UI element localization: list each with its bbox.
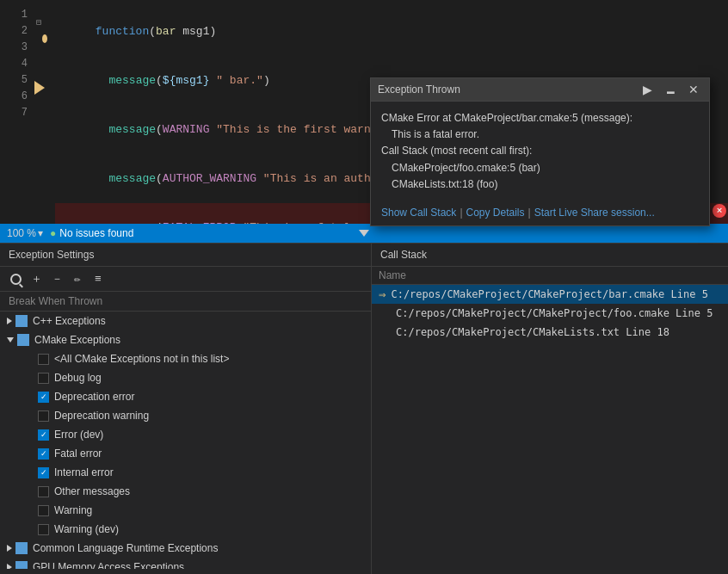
no-issues-label: No issues found [59, 227, 133, 239]
category-cmake-exceptions[interactable]: CMake Exceptions [0, 330, 371, 349]
editor-area: 1 2 3 4 5 6 7 ⊟ function(bar msg1) [0, 0, 728, 224]
exception-pin-button[interactable]: 🗕 [661, 82, 680, 97]
gutter-6 [34, 96, 52, 112]
clr-icon [15, 542, 28, 554]
exception-settings-toolbar: ＋ － ✏ ≡ [0, 267, 371, 292]
label-fatal-error: Fatal error [54, 447, 102, 460]
gutter-1: ⊟ [34, 14, 52, 30]
exc-item-deprecation-warning[interactable]: Deprecation warning [0, 406, 371, 425]
breakpoint-2[interactable] [42, 34, 47, 43]
exception-footer: Show Call Stack | Copy Details | Start L… [371, 201, 709, 225]
cpp-icon [15, 315, 28, 327]
exc-item-all-cmake[interactable]: <All CMake Exceptions not in this list> [0, 349, 371, 368]
line-num-6: 6 [0, 89, 28, 105]
cs-path-2: C:/repos/CMakeProject/CMakeLists.txt Lin… [396, 326, 669, 338]
call-stack-columns: Name [372, 267, 728, 285]
check-icon: ● [50, 227, 56, 239]
copy-details-link[interactable]: Copy Details [466, 207, 525, 219]
label-other-messages: Other messages [54, 485, 130, 497]
no-issues-indicator[interactable]: ● No issues found [50, 227, 133, 239]
exc-item-debug-log[interactable]: Debug log [0, 368, 371, 387]
line-numbers: 1 2 3 4 5 6 7 [0, 0, 34, 224]
gpu-icon [15, 561, 28, 569]
exception-popup: Exception Thrown ▶ 🗕 ✕ CMake Error at CM… [370, 77, 710, 226]
line-num-3: 3 [0, 40, 28, 56]
checkbox-warning[interactable] [38, 505, 49, 516]
line-num-1: 1 [0, 7, 28, 23]
exception-list[interactable]: C++ Exceptions CMake Exceptions <All CMa… [0, 312, 371, 569]
chevron-gpu [7, 564, 12, 569]
status-center-control [359, 227, 369, 240]
call-stack-title: Call Stack [372, 244, 728, 267]
call-stack-panel: Call Stack Name ⇒ C:/repos/CMakeProject/… [372, 243, 728, 574]
label-warning-dev: Warning (dev) [54, 523, 119, 535]
search-icon [10, 274, 22, 285]
call-stack-row-0[interactable]: ⇒ C:/repos/CMakeProject/CMakeProject/bar… [372, 285, 728, 304]
exc-item-warning[interactable]: Warning [0, 501, 371, 520]
clr-label: Common Language Runtime Exceptions [33, 542, 218, 554]
remove-exception-button[interactable]: － [48, 270, 65, 287]
label-internal-error: Internal error [54, 466, 114, 478]
checkbox-other-messages[interactable] [38, 486, 49, 497]
zoom-arrow-icon: ▾ [38, 227, 43, 239]
editor-gutter: ⊟ [34, 0, 52, 224]
exception-close-button[interactable]: ✕ [685, 82, 702, 97]
bottom-panels: Exception Settings ＋ － ✏ ≡ Break When Th… [0, 243, 728, 574]
category-clr-exceptions[interactable]: Common Language Runtime Exceptions [0, 539, 371, 558]
gutter-2 [34, 30, 52, 46]
label-debug-log: Debug log [54, 372, 102, 384]
gutter-3 [34, 46, 52, 63]
show-call-stack-link[interactable]: Show Call Stack [381, 207, 456, 219]
status-bar: 100 % ▾ ● No issues found [0, 224, 728, 243]
code-line-1: function(bar msg1) [55, 7, 728, 56]
checkbox-all-cmake[interactable] [38, 354, 49, 365]
category-cpp-exceptions[interactable]: C++ Exceptions [0, 312, 371, 330]
checkbox-internal-error[interactable] [38, 467, 49, 478]
exc-item-error-dev[interactable]: Error (dev) [0, 425, 371, 444]
zoom-control[interactable]: 100 % ▾ [7, 227, 43, 239]
exc-item-deprecation-error[interactable]: Deprecation error [0, 387, 371, 406]
exception-line1: CMake Error at CMakeProject/bar.cmake:5 … [381, 110, 699, 127]
call-stack-row-1[interactable]: C:/repos/CMakeProject/CMakeProject/foo.c… [372, 304, 728, 323]
call-stack-row-2[interactable]: C:/repos/CMakeProject/CMakeLists.txt Lin… [372, 323, 728, 342]
edit-exception-button[interactable]: ✏ [69, 270, 86, 287]
label-warning: Warning [54, 504, 92, 516]
cs-path-1: C:/repos/CMakeProject/CMakeProject/foo.c… [396, 307, 713, 319]
exc-item-fatal-error[interactable]: Fatal error [0, 444, 371, 463]
gutter-7 [34, 112, 52, 128]
checkbox-error-dev[interactable] [38, 429, 49, 441]
exc-item-internal-error[interactable]: Internal error [0, 463, 371, 482]
checkbox-deprecation-warning[interactable] [38, 410, 49, 422]
line-num-7: 7 [0, 105, 28, 121]
gpu-label: GPU Memory Access Exceptions [33, 561, 184, 569]
add-exception-button[interactable]: ＋ [28, 270, 45, 287]
collapse-panels-button[interactable] [359, 230, 369, 237]
checkbox-debug-log[interactable] [38, 373, 49, 384]
checkbox-warning-dev[interactable] [38, 524, 49, 535]
gutter-5 [34, 79, 52, 96]
exception-title: Exception Thrown [378, 83, 460, 96]
live-share-link[interactable]: Start Live Share session... [534, 207, 655, 219]
label-all-cmake: <All CMake Exceptions not in this list> [54, 353, 229, 365]
cmake-icon [17, 334, 29, 346]
category-gpu-exceptions[interactable]: GPU Memory Access Exceptions [0, 558, 371, 569]
exception-run-button[interactable]: ▶ [639, 82, 656, 97]
break-when-thrown-label: Break When Thrown [0, 292, 371, 312]
checkbox-deprecation-error[interactable] [38, 392, 49, 403]
checkbox-fatal-error[interactable] [38, 448, 49, 460]
exception-header: Exception Thrown ▶ 🗕 ✕ [371, 78, 709, 102]
label-error-dev: Error (dev) [54, 429, 103, 441]
exception-settings-title: Exception Settings [0, 244, 371, 267]
exc-item-warning-dev[interactable]: Warning (dev) [0, 520, 371, 539]
collapse-icon: ⊟ [36, 17, 41, 28]
col-name: Name [379, 269, 406, 281]
line-num-2: 2 [0, 23, 28, 40]
restore-exceptions-button[interactable]: ≡ [89, 270, 107, 287]
exc-item-other-messages[interactable]: Other messages [0, 482, 371, 501]
chevron-clr [7, 545, 12, 552]
gutter-4 [34, 63, 52, 79]
exception-settings-panel: Exception Settings ＋ － ✏ ≡ Break When Th… [0, 243, 372, 574]
exception-line2: This is a fatal error. [381, 127, 699, 143]
search-exceptions-button[interactable] [7, 270, 24, 287]
call-stack-rows: ⇒ C:/repos/CMakeProject/CMakeProject/bar… [372, 285, 728, 342]
